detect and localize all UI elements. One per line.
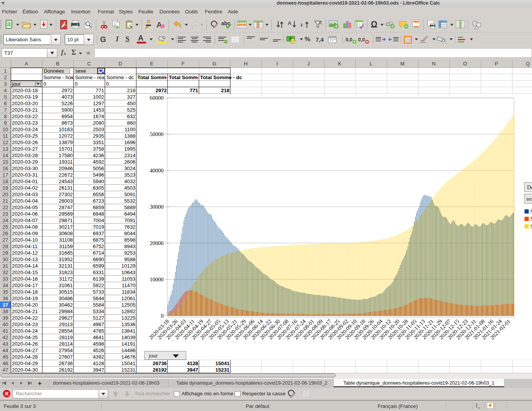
svg-text:19311: 19311 — [59, 159, 73, 165]
svg-text:2020-04-12: 2020-04-12 — [12, 250, 38, 256]
svg-text:21: 21 — [3, 198, 8, 204]
svg-text:1100: 1100 — [125, 127, 136, 132]
svg-text:4592: 4592 — [93, 159, 104, 165]
svg-text:Total Somme - dc: Total Somme - dc — [200, 75, 242, 80]
svg-text:H: H — [244, 61, 248, 67]
svg-text:14486: 14486 — [122, 348, 136, 353]
svg-text:33: 33 — [3, 276, 8, 282]
svg-text:11470: 11470 — [122, 283, 136, 288]
svg-text:34: 34 — [3, 283, 8, 288]
svg-text:2020-04-10: 2020-04-10 — [12, 237, 38, 243]
svg-text:2020-04-09: 2020-04-09 — [12, 231, 38, 236]
svg-text:771: 771 — [190, 88, 198, 93]
svg-text:2020-04-29: 2020-04-29 — [12, 361, 38, 366]
svg-text:Somme - dc: Somme - dc — [107, 75, 134, 80]
svg-text:30000: 30000 — [150, 204, 164, 210]
svg-text:1388: 1388 — [124, 133, 136, 139]
svg-text:26: 26 — [3, 231, 8, 236]
svg-text:3523: 3523 — [124, 172, 136, 178]
svg-text:2020-04-16: 2020-04-16 — [12, 276, 38, 282]
svg-text:28119: 28119 — [59, 335, 73, 340]
svg-text:4641: 4641 — [93, 335, 104, 340]
svg-text:15041: 15041 — [122, 361, 136, 366]
svg-text:12072: 12072 — [59, 133, 73, 139]
svg-text:30462: 30462 — [59, 302, 73, 308]
svg-text:26192: 26192 — [153, 367, 167, 373]
svg-text:S: S — [530, 208, 532, 214]
svg-text:2020-04-01: 2020-04-01 — [12, 179, 38, 184]
svg-text:29: 29 — [3, 250, 8, 256]
svg-text:43: 43 — [3, 341, 8, 347]
svg-text:13536: 13536 — [122, 322, 136, 327]
svg-text:1: 1 — [4, 68, 6, 74]
svg-text:13841: 13841 — [122, 328, 136, 334]
svg-text:28554: 28554 — [59, 328, 73, 334]
svg-text:31952: 31952 — [59, 257, 73, 262]
svg-text:31159: 31159 — [59, 244, 73, 249]
svg-text:2972: 2972 — [62, 88, 73, 93]
svg-text:6937: 6937 — [93, 231, 104, 236]
svg-text:22: 22 — [3, 205, 8, 210]
svg-text:9588: 9588 — [124, 257, 136, 262]
svg-text:19: 19 — [3, 185, 8, 191]
svg-text:2020-04-05: 2020-04-05 — [12, 205, 38, 210]
svg-text:23: 23 — [3, 211, 8, 217]
svg-text:632: 632 — [127, 114, 135, 119]
svg-text:5922: 5922 — [93, 283, 104, 288]
svg-text:7: 7 — [4, 107, 6, 113]
svg-text:15231: 15231 — [216, 367, 230, 373]
svg-text:44: 44 — [3, 348, 8, 353]
svg-text:12505: 12505 — [122, 302, 136, 308]
svg-text:5127: 5127 — [93, 315, 104, 321]
svg-text:27607: 27607 — [59, 354, 73, 360]
svg-text:I: I — [276, 61, 278, 67]
svg-text:30486: 30486 — [59, 296, 73, 301]
svg-text:2020-03-23: 2020-03-23 — [12, 120, 38, 126]
svg-text:36: 36 — [3, 296, 8, 301]
svg-text:L: L — [370, 61, 372, 67]
svg-text:3351: 3351 — [93, 140, 104, 145]
svg-text:18: 18 — [3, 179, 8, 184]
svg-text:2972: 2972 — [156, 88, 167, 93]
svg-text:sexe: sexe — [75, 68, 86, 74]
svg-text:11: 11 — [3, 133, 8, 139]
svg-text:12061: 12061 — [122, 296, 136, 301]
svg-text:2020-03-21: 2020-03-21 — [12, 107, 38, 113]
svg-text:29113: 29113 — [59, 322, 73, 327]
svg-text:2935: 2935 — [93, 133, 104, 139]
svg-text:7091: 7091 — [124, 218, 136, 223]
svg-text:13: 13 — [3, 146, 8, 152]
svg-text:sex: sex — [526, 196, 532, 202]
svg-text:5226: 5226 — [62, 101, 73, 106]
svg-text:45: 45 — [3, 354, 8, 360]
svg-text:5940: 5940 — [93, 179, 104, 184]
svg-text:5496: 5496 — [93, 172, 104, 178]
svg-text:6875: 6875 — [93, 237, 104, 243]
svg-text:450: 450 — [127, 101, 135, 106]
svg-text:37: 37 — [3, 302, 8, 308]
svg-text:2020-04-03: 2020-04-03 — [12, 192, 38, 197]
svg-text:2020-04-22: 2020-04-22 — [12, 315, 38, 321]
svg-text:27954: 27954 — [59, 348, 73, 353]
svg-text:10643: 10643 — [122, 270, 136, 275]
svg-text:jour: jour — [12, 81, 21, 87]
svg-text:2020-04-13: 2020-04-13 — [12, 257, 38, 262]
svg-text:6: 6 — [4, 101, 6, 106]
svg-text:2314: 2314 — [124, 153, 136, 158]
svg-text:5900: 5900 — [62, 107, 73, 113]
svg-text:20000: 20000 — [150, 240, 164, 246]
svg-text:6556: 6556 — [93, 192, 104, 197]
svg-text:46: 46 — [3, 361, 8, 366]
svg-text:Somme - hos: Somme - hos — [44, 75, 74, 80]
svg-text:28003: 28003 — [59, 198, 73, 204]
svg-text:M: M — [400, 61, 404, 67]
svg-text:8: 8 — [4, 114, 6, 119]
svg-text:N: N — [432, 61, 436, 67]
svg-text:28747: 28747 — [59, 205, 73, 210]
svg-text:2020-03-26: 2020-03-26 — [12, 140, 38, 145]
svg-text:28114: 28114 — [59, 341, 73, 347]
svg-text:7019: 7019 — [93, 224, 104, 230]
svg-text:218: 218 — [221, 88, 229, 93]
svg-text:15: 15 — [3, 159, 8, 165]
svg-text:B: B — [56, 61, 60, 67]
